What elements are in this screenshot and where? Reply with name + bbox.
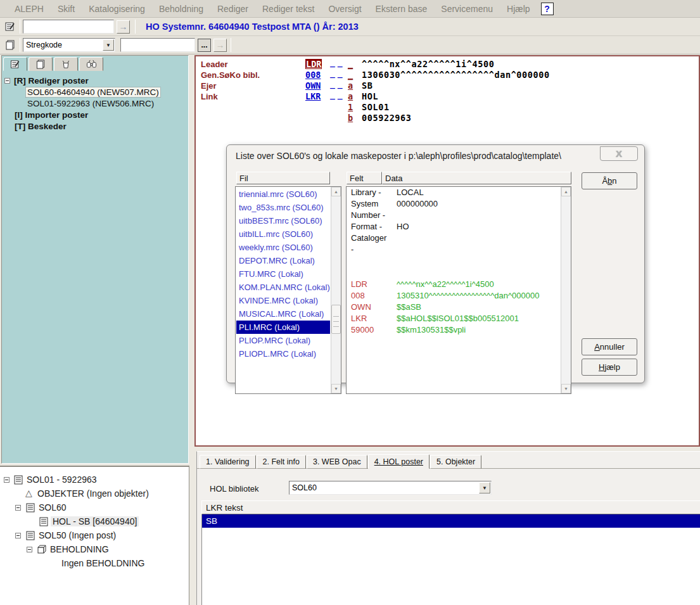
menu-servicemenu[interactable]: Servicemenu — [434, 4, 500, 14]
nav-sol01[interactable]: SOL01 - 5922963 — [0, 473, 188, 487]
file-item[interactable]: PLIOP.MRC (Lokal) — [236, 334, 330, 347]
field-tag-selected[interactable]: LDR — [305, 59, 322, 69]
tree-group-label[interactable]: [T] Beskeder — [15, 122, 67, 131]
subfield-code[interactable]: _ — [348, 70, 353, 80]
help-button[interactable]: Hjælp — [582, 359, 637, 376]
tree-group-importer-poster[interactable]: [I] Importer poster — [4, 109, 186, 120]
cancel-button[interactable]: Annuller — [582, 338, 637, 355]
hol-bibliotek-dropdown[interactable]: SOL60 ▼ — [289, 481, 492, 495]
field-indicators[interactable]: __ — [330, 90, 345, 99]
file-item[interactable]: weekly.mrc (SOL60) — [236, 241, 330, 254]
lkr-row-selected[interactable]: SB — [202, 514, 700, 528]
tree-group-label[interactable]: [I] Importer poster — [15, 110, 88, 120]
subfield-code[interactable]: a — [348, 80, 353, 91]
field-tag[interactable]: 008 — [305, 70, 321, 80]
field-value[interactable]: 005922963 — [362, 113, 412, 123]
systemnr-input[interactable] — [23, 20, 114, 34]
subfield-code[interactable]: _ — [348, 59, 353, 69]
field-value[interactable]: SOL01 — [362, 102, 390, 112]
menu-rediger-tekst[interactable]: Rediger tekst — [255, 4, 321, 14]
barcode-go-button[interactable]: → — [213, 39, 227, 52]
tree-record-label[interactable]: SOL01-5922963 (NEW506.MRC) — [26, 99, 155, 108]
editor-row-008[interactable]: Gen.SøKo bibl. 008 __ _ 1306030^^^^^^^^^… — [196, 70, 699, 80]
record-view-scrollbar[interactable]: ▲ ▼ — [561, 187, 571, 393]
field-value[interactable]: HOL — [362, 91, 378, 101]
scroll-down-icon[interactable]: ▼ — [331, 384, 341, 393]
scroll-up-icon[interactable]: ▲ — [331, 187, 341, 196]
subfield-code[interactable]: b — [348, 113, 353, 123]
editor-row-lkr[interactable]: Link LKR __ a HOL — [196, 91, 699, 102]
field-indicators[interactable]: __ — [330, 79, 345, 89]
tab-edit-records[interactable] — [3, 57, 27, 71]
tree-record-sol01[interactable]: SOL01-5922963 (NEW506.MRC) — [4, 98, 186, 109]
barcode-type-dropdown[interactable]: Stregkode ▼ — [23, 38, 115, 52]
nav-item-label[interactable]: OBJEKTER (Ingen objekter) — [37, 488, 149, 499]
tab-hol-poster[interactable]: 4. HOL poster — [368, 454, 430, 469]
collapse-icon[interactable] — [15, 505, 21, 511]
field-indicators[interactable]: __ — [330, 68, 345, 78]
tree-group-beskeder[interactable]: [T] Beskeder — [4, 120, 186, 132]
collapse-icon[interactable] — [27, 547, 32, 552]
file-item[interactable]: KOM.PLAN.MRC (Lokal) — [236, 281, 330, 294]
collapse-icon[interactable] — [4, 477, 10, 483]
nav-item-label-highlighted[interactable]: HOL - SB [64604940] — [51, 516, 139, 526]
tree-record-label-selected[interactable]: SOL60-64604940 (NEW507.MRC) — [26, 87, 160, 97]
close-icon[interactable]: X — [600, 146, 638, 161]
editor-row-lkr-b[interactable]: b 005922963 — [196, 113, 699, 124]
nav-item-label[interactable]: SOL60 — [39, 502, 67, 513]
chevron-down-icon[interactable]: ▼ — [103, 39, 114, 51]
tab-web-opac[interactable]: 3. WEB Opac — [307, 455, 367, 469]
subfield-code[interactable]: a — [348, 91, 353, 101]
field-value[interactable]: SB — [362, 80, 372, 91]
barcode-input[interactable] — [120, 38, 195, 52]
file-item[interactable]: PLIOPL.MRC (Lokal) — [236, 347, 330, 360]
tab-objekter[interactable]: 5. Objekter — [430, 455, 481, 469]
menu-oversigt[interactable]: Oversigt — [321, 4, 368, 14]
menu-aleph[interactable]: ALEPH — [8, 4, 51, 14]
scroll-thumb[interactable] — [331, 305, 341, 334]
file-item-selected[interactable]: PLI.MRC (Lokal) — [236, 321, 330, 334]
chevron-down-icon[interactable]: ▼ — [479, 482, 490, 494]
help-icon[interactable]: ? — [541, 3, 554, 15]
nav-sol60[interactable]: SOL60 — [0, 501, 188, 515]
nav-item-label[interactable]: Ingen BEHOLDNING — [61, 558, 145, 568]
tab-felt-info[interactable]: 2. Felt info — [257, 455, 306, 469]
editor-row-ldr[interactable]: Leader LDR __ _ ^^^^^nx^^a22^^^^^1i^4500 — [196, 59, 699, 70]
file-item[interactable]: FTU.MRC (Lokal) — [236, 267, 330, 281]
menu-ekstern-base[interactable]: Ekstern base — [369, 4, 435, 14]
nav-item-label[interactable]: SOL50 (Ingen post) — [39, 530, 116, 540]
tree-record-sol60[interactable]: SOL60-64604940 (NEW507.MRC) — [4, 86, 186, 98]
tab-search[interactable] — [79, 57, 103, 71]
collapse-icon[interactable] — [15, 533, 21, 538]
field-indicators[interactable]: __ — [330, 58, 345, 67]
go-arrow-button[interactable]: → — [117, 20, 130, 34]
scroll-down-icon[interactable]: ▼ — [561, 384, 571, 393]
tab-import-records[interactable] — [29, 57, 53, 71]
menu-beholdning[interactable]: Beholdning — [152, 4, 210, 14]
scroll-up-icon[interactable]: ▲ — [561, 187, 571, 196]
file-item[interactable]: MUSICAL.MRC (Lokal) — [236, 307, 330, 321]
menu-rediger[interactable]: Rediger — [210, 4, 255, 14]
editor-row-lkr-l[interactable]: 1 SOL01 — [196, 102, 699, 113]
editor-row-own[interactable]: Ejer OWN __ a SB — [196, 80, 699, 91]
nav-ingen-beholdning[interactable]: Ingen BEHOLDNING — [0, 557, 188, 571]
nav-beholdning[interactable]: BEHOLDNING — [0, 543, 188, 557]
nav-objekter[interactable]: △ OBJEKTER (Ingen objekter) — [0, 487, 188, 501]
field-value[interactable]: ^^^^^nx^^a22^^^^^1i^4500 — [362, 59, 494, 69]
tree-group-rediger-poster[interactable]: [R] Rediger poster — [4, 75, 186, 86]
nav-item-label[interactable]: BEHOLDNING — [50, 544, 109, 554]
field-value[interactable]: 1306030^^^^^^^^^^^^^^^^^dan^000000 — [362, 70, 550, 80]
file-item[interactable]: triennial.mrc (SOL60) — [236, 188, 330, 201]
file-item[interactable]: DEPOT.MRC (Lokal) — [236, 254, 330, 267]
template-record-view[interactable]: Library -LOCAL System000000000 Number - … — [346, 186, 571, 394]
menu-katalogisering[interactable]: Katalogisering — [82, 4, 152, 14]
subfield-code[interactable]: 1 — [348, 102, 353, 112]
browse-ellipsis-button[interactable]: ... — [198, 39, 211, 52]
file-item[interactable]: KVINDE.MRC (Lokal) — [236, 294, 330, 307]
nav-sol50[interactable]: SOL50 (Ingen post) — [0, 529, 188, 543]
file-item[interactable]: two_853s.mrc (SOL60) — [236, 201, 330, 214]
nav-item-label[interactable]: SOL01 - 5922963 — [27, 474, 97, 485]
field-tag[interactable]: OWN — [305, 80, 321, 91]
file-item[interactable]: uitbILL.mrc (SOL60) — [236, 227, 330, 241]
file-list-scrollbar[interactable]: ▲ ▼ — [331, 187, 341, 393]
